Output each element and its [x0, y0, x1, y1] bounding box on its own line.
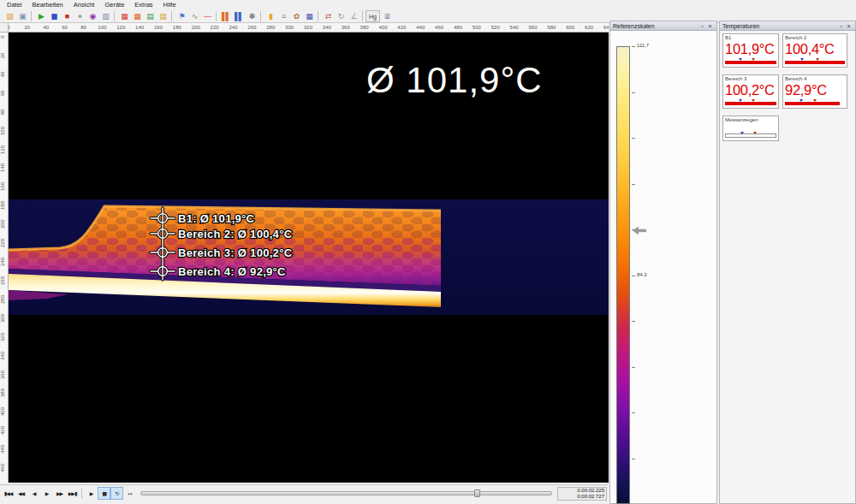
save-icon[interactable]: ▣: [15, 10, 28, 22]
layers-icon-1[interactable]: ▤: [143, 10, 156, 22]
ruler-vertical: 0204060801001201401601802002202402602803…: [0, 33, 9, 483]
meter-bar: [725, 133, 776, 138]
open-icon[interactable]: ▨: [3, 10, 15, 22]
reference-scale-panel-titlebar: Referenzskalen ▫ ×: [610, 21, 716, 31]
reading-label: Bereich 3: [725, 76, 776, 81]
rewind-button[interactable]: ◀◀: [15, 487, 27, 500]
menu-item-ansicht[interactable]: Ansicht: [68, 1, 100, 9]
seek-slider-thumb[interactable]: [474, 489, 480, 497]
hruler-tick: 480: [454, 25, 462, 30]
seek-slider[interactable]: [140, 491, 552, 495]
pause-capture-icon[interactable]: ▮▮: [47, 10, 60, 22]
text-icon[interactable]: ≡: [276, 10, 289, 22]
menu-item-hilfe[interactable]: Hilfe: [158, 1, 181, 9]
hruler-dot: ·: [55, 27, 56, 32]
hruler-dot: ·: [92, 27, 94, 32]
hruler-dot: ·: [542, 27, 544, 32]
reading-bereich-4: Bereich 492,9°C: [782, 74, 847, 109]
reading-bar-fill: [785, 61, 845, 64]
hruler-tick: 500: [473, 25, 481, 30]
snapshot-icon[interactable]: ◉: [86, 10, 98, 22]
reading-marker-red: [752, 99, 755, 102]
vruler-tick: 400: [0, 405, 5, 418]
step-forward-button[interactable]: ▶: [40, 487, 53, 500]
pause-button[interactable]: ▮▮: [98, 487, 110, 500]
play-capture-icon[interactable]: ▶: [34, 10, 47, 22]
vruler-tick: 260: [0, 274, 5, 288]
hruler-dot: ·: [467, 27, 468, 32]
skip-end-button[interactable]: ▶▶▮: [66, 487, 79, 500]
transform-icon[interactable]: ↻: [334, 10, 347, 22]
settings-icon[interactable]: ✽: [245, 10, 258, 22]
menu-item-gerate[interactable]: Geräte: [99, 1, 129, 9]
vruler-tick: 280: [0, 293, 5, 306]
hruler-tick: 520: [491, 25, 500, 30]
vruler-tick: 80: [0, 105, 5, 119]
layers-icon-2[interactable]: ▤: [156, 10, 169, 22]
hruler-dot: ·: [148, 27, 150, 32]
play-button[interactable]: ▶: [85, 487, 98, 500]
hruler-tick: 600: [566, 25, 574, 30]
close-icon[interactable]: ×: [706, 23, 714, 29]
reference-scale-body: 111,7 84,3: [610, 31, 716, 503]
vruler-tick: 60: [0, 86, 5, 100]
fast-forward-button[interactable]: ▶▶: [53, 487, 66, 500]
hruler-tick: 320: [304, 25, 312, 30]
flag-icon[interactable]: ⚑: [175, 10, 187, 22]
hruler-dot: ·: [298, 27, 300, 32]
hruler-dot: ·: [597, 27, 599, 32]
temperatures-panel-titlebar: Temperaturen ▫ ×: [720, 21, 855, 31]
curve-icon[interactable]: ∿: [187, 10, 200, 22]
step-back-button[interactable]: ◀: [27, 487, 40, 500]
temperature-colorbar[interactable]: [616, 46, 630, 504]
reading-bar: [725, 61, 776, 64]
reading-marker-red: [816, 58, 819, 61]
thermal-image-viewport[interactable]: Ø 101,9°C B1: Ø 101,9°C Bereich 2: Ø 100…: [9, 33, 609, 483]
ruler-horizontal: 0·20·40·60·80·100·120·140·160·180·200·22…: [9, 23, 609, 33]
remove-icon[interactable]: —: [200, 10, 213, 22]
measure-icon[interactable]: ∠: [347, 10, 360, 22]
list-icon[interactable]: ≣: [380, 10, 393, 22]
loop-button[interactable]: ↻: [110, 487, 123, 500]
stop-capture-icon[interactable]: ■: [60, 10, 73, 22]
hruler-tick: 40: [43, 25, 49, 30]
timestamp-display: 0:00:02.225 0:00:02.727: [557, 487, 607, 501]
reading-label: Bereich 4: [785, 76, 845, 81]
hruler-tick: 300: [285, 25, 294, 30]
pin-icon[interactable]: ▫: [837, 23, 845, 29]
hruler-tick: 220: [211, 25, 219, 30]
reading-value: 92,9°C: [785, 82, 845, 98]
vruler-tick: 440: [0, 442, 5, 456]
effects-icon[interactable]: ✿: [289, 10, 302, 22]
profile-icon-2[interactable]: ▌▌: [232, 10, 245, 22]
profile-icon-1[interactable]: ▌▌: [219, 10, 232, 22]
resize-icon[interactable]: ⇄: [321, 10, 334, 22]
hruler-tick: 280: [266, 25, 275, 30]
scale-tick: [632, 184, 635, 185]
meter-marker-red: [753, 132, 757, 134]
copy-icon[interactable]: ▥: [98, 10, 111, 22]
skip-start-button[interactable]: ▮◀◀: [2, 487, 15, 500]
menu-item-extras[interactable]: Extras: [129, 1, 158, 9]
scale-tick: [632, 412, 635, 413]
palette-icon-2[interactable]: ▦: [130, 10, 143, 22]
reading-marker-blue: [739, 99, 742, 102]
marker-icon[interactable]: ▮: [264, 10, 276, 22]
close-icon[interactable]: ×: [845, 23, 853, 29]
hruler-dot: ·: [429, 27, 431, 32]
hruler-dot: ·: [392, 27, 394, 32]
hg-icon[interactable]: Hg: [366, 10, 380, 22]
reading-marker-blue: [800, 99, 803, 102]
play-range-button[interactable]: ↦: [123, 487, 136, 500]
pin-icon[interactable]: ▫: [698, 23, 706, 29]
hruler-dot: ·: [279, 27, 281, 32]
menu-item-bearbeiten[interactable]: Bearbeiten: [27, 1, 68, 9]
record-icon[interactable]: ●: [73, 10, 86, 22]
hruler-dot: ·: [260, 27, 262, 32]
palette-icon-1[interactable]: ▦: [117, 10, 130, 22]
menu-item-datei[interactable]: Datei: [2, 1, 27, 9]
hruler-tick: 360: [342, 25, 350, 30]
grid-icon[interactable]: ▦: [302, 10, 315, 22]
hruler-tick: 0: [9, 25, 10, 30]
scale-level-arrow-icon[interactable]: [633, 226, 647, 235]
